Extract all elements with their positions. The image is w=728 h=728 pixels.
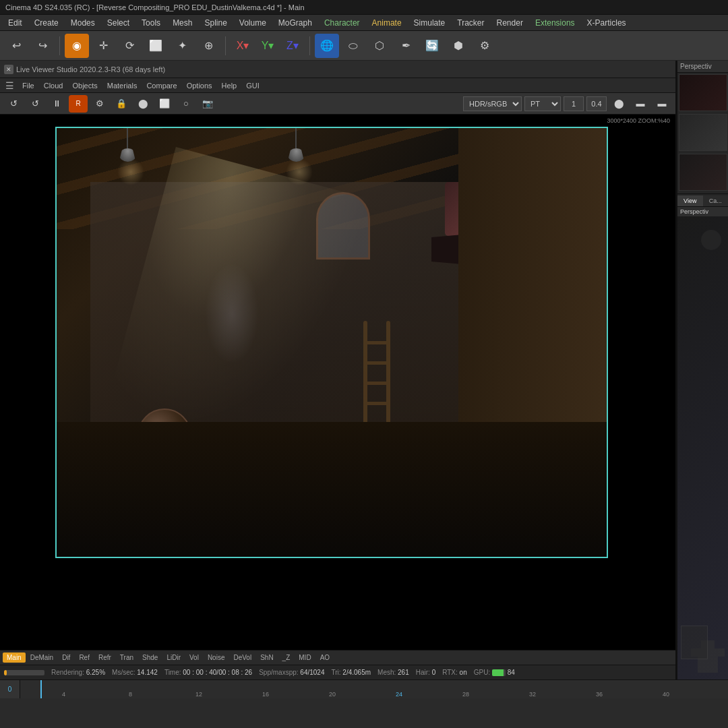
channel-tab-lidir[interactable]: LiDir — [162, 653, 185, 663]
view-option-6[interactable]: ⚙ — [473, 34, 497, 58]
menu-character[interactable]: Character — [319, 17, 365, 29]
lv-camera-button[interactable]: 📷 — [198, 95, 217, 113]
lv-dark-button[interactable]: ▬ — [653, 95, 671, 113]
channel-tab-shde[interactable]: Shde — [138, 653, 162, 663]
redo-button[interactable]: ↪ — [30, 34, 55, 58]
channel-tab-shn[interactable]: ShN — [256, 653, 277, 663]
3d-object-2 — [701, 230, 721, 250]
lv-frame-button[interactable]: ⬜ — [155, 95, 174, 113]
rtx-item: RTX: on — [442, 669, 467, 676]
lv-tone-button[interactable]: ⬤ — [609, 95, 628, 113]
menu-mesh[interactable]: Mesh — [167, 17, 198, 29]
menu-render[interactable]: Render — [491, 17, 528, 29]
menu-create[interactable]: Create — [29, 17, 64, 29]
lv-menu-cloud[interactable]: Cloud — [40, 81, 67, 90]
right-3d-viewport[interactable] — [677, 216, 728, 679]
lv-pause-button[interactable]: ⏸ — [47, 95, 66, 113]
scale-tool-button[interactable]: ⬜ — [144, 34, 168, 58]
thumb-scene-3 — [679, 154, 727, 190]
rotate-tool-button[interactable]: ⟳ — [117, 34, 142, 58]
right-view-tab-camera[interactable]: Ca... — [703, 195, 729, 206]
menu-mograph[interactable]: MoGraph — [273, 17, 317, 29]
ladder-rung-1 — [363, 341, 390, 344]
lv-circle-button[interactable]: ○ — [177, 95, 195, 113]
view-option-4[interactable]: 🔄 — [420, 34, 444, 58]
right-perspective-label2: Perspectiv — [677, 207, 728, 216]
lv-sphere-button[interactable]: ⬤ — [133, 95, 152, 113]
lv-menu-file[interactable]: File — [18, 81, 38, 90]
menu-tools[interactable]: Tools — [136, 17, 166, 29]
title-bar: Cinema 4D S24.035 (RC) - [Reverse Compos… — [0, 0, 728, 15]
menu-extensions[interactable]: Extensions — [530, 17, 580, 29]
menu-modes[interactable]: Modes — [65, 17, 100, 29]
color-space-select[interactable]: HDR/sRGB sRGB Linear — [463, 96, 522, 111]
channel-tab-ref[interactable]: Ref — [75, 653, 94, 663]
menu-xparticles[interactable]: X-Particles — [582, 17, 632, 29]
live-viewer-title: Live Viewer Studio 2020.2.3-R3 (68 days … — [16, 65, 671, 73]
lv-render-button[interactable]: R — [69, 95, 88, 113]
lv-menu-objects[interactable]: Objects — [68, 81, 101, 90]
menu-spline[interactable]: Spline — [199, 17, 232, 29]
channel-tab-vol[interactable]: Vol — [185, 653, 203, 663]
lv-menu-compare[interactable]: Compare — [142, 81, 181, 90]
right-view-tab-view[interactable]: View — [677, 195, 703, 206]
undo-button[interactable]: ↩ — [4, 34, 28, 58]
axis-z-button[interactable]: Z▾ — [280, 34, 305, 58]
view-option-5[interactable]: ⬢ — [446, 34, 471, 58]
view-option-2[interactable]: ⬡ — [367, 34, 392, 58]
timeline-ruler[interactable]: 4 8 12 16 20 24 28 32 36 40 — [20, 680, 728, 699]
lv-settings-button[interactable]: ⚙ — [90, 95, 109, 113]
channel-tabs: Main DeMain Dif Ref Refr Tran Shde LiDir… — [0, 650, 675, 665]
channel-tab-demain[interactable]: DeMain — [26, 653, 57, 663]
view-option-1[interactable]: ⬭ — [341, 34, 365, 58]
toolbar-separator-3 — [309, 36, 310, 55]
canvas-info: 3000*2400 ZOOM:%40 — [607, 117, 670, 124]
thumb-scene-2 — [679, 115, 727, 150]
channel-tab-ao[interactable]: AO — [316, 653, 334, 663]
view-option-3[interactable]: ✒ — [394, 34, 418, 58]
time-item: Time: 00 : 00 : 40/00 : 08 : 26 — [164, 669, 252, 676]
transform-tool-button[interactable]: ✦ — [170, 34, 194, 58]
menu-edit[interactable]: Edit — [3, 17, 28, 29]
channel-tab-noise[interactable]: Noise — [204, 653, 229, 663]
exposure-input[interactable] — [586, 96, 607, 111]
camera-button[interactable]: 🌐 — [315, 34, 339, 58]
channel-tab-z[interactable]: _Z — [278, 653, 295, 663]
menu-bar: Edit Create Modes Select Tools Mesh Spli… — [0, 15, 728, 31]
channel-tab-dif[interactable]: Dif — [58, 653, 74, 663]
menu-tracker[interactable]: Tracker — [452, 17, 489, 29]
menu-volume[interactable]: Volume — [234, 17, 272, 29]
lv-menu-help[interactable]: Help — [218, 81, 241, 90]
sample-count-input[interactable] — [564, 96, 584, 111]
lv-reset-button[interactable]: ↺ — [26, 95, 44, 113]
axis-x-button[interactable]: X▾ — [231, 34, 255, 58]
ladder-rung-2 — [363, 361, 390, 365]
lv-bright-button[interactable]: ▬ — [631, 95, 650, 113]
select-tool-button[interactable]: ◉ — [65, 34, 89, 58]
lv-refresh-button[interactable]: ↺ — [4, 95, 23, 113]
channel-tab-tran[interactable]: Tran — [116, 653, 138, 663]
lv-lock-button[interactable]: 🔒 — [112, 95, 131, 113]
hair-item: Hair: 0 — [416, 669, 435, 676]
axis-y-button[interactable]: Y▾ — [255, 34, 280, 58]
toolbar: ↩ ↪ ◉ ✛ ⟳ ⬜ ✦ ⊕ X▾ Y▾ Z▾ 🌐 ⬭ ⬡ ✒ 🔄 ⬢ ⚙ — [0, 31, 728, 61]
menu-simulate[interactable]: Simulate — [408, 17, 451, 29]
lv-menu-options[interactable]: Options — [183, 81, 216, 90]
channel-tab-devol[interactable]: DeVol — [229, 653, 255, 663]
pivot-tool-button[interactable]: ⊕ — [196, 34, 220, 58]
render-mode-select[interactable]: PT GPU CPU — [524, 96, 561, 111]
menu-animate[interactable]: Animate — [367, 17, 407, 29]
hamburger-menu-icon[interactable]: ☰ — [3, 80, 17, 91]
channel-tab-mid[interactable]: MID — [295, 653, 315, 663]
render-canvas: 3000*2400 ZOOM:%40 — [0, 115, 675, 650]
lv-menu-gui[interactable]: GUI — [242, 81, 264, 90]
rendering-label: Rendering: 6.25% — [51, 669, 105, 676]
right-panel-divider — [677, 193, 728, 194]
channel-tab-main[interactable]: Main — [3, 653, 26, 663]
lv-menu-materials[interactable]: Materials — [103, 81, 142, 90]
move-tool-button[interactable]: ✛ — [91, 34, 115, 58]
panel-close-button[interactable]: ✕ — [4, 65, 13, 74]
channel-tab-refr[interactable]: Refr — [94, 653, 115, 663]
thumb-scene-1 — [679, 75, 727, 111]
menu-select[interactable]: Select — [102, 17, 135, 29]
